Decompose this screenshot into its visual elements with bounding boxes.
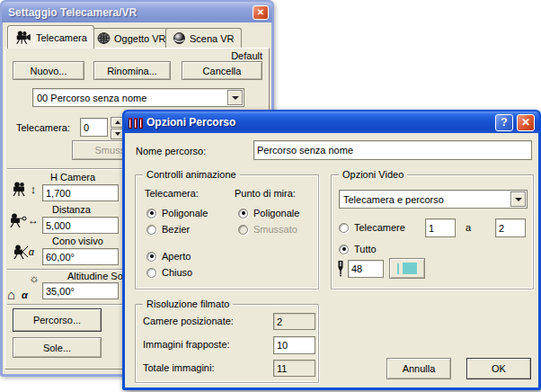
ok-button[interactable]: OK — [466, 358, 531, 379]
video-mode-select[interactable]: Telecamera e percorso — [339, 190, 528, 209]
default-label: Default — [231, 50, 262, 61]
globe-icon — [97, 32, 111, 44]
sun-altitude-icon: ☼ ⌂ α — [5, 275, 41, 300]
radio-telecamere[interactable]: Telecamere — [339, 222, 405, 233]
radio-poligonale-camera[interactable]: Poligonale — [146, 208, 208, 218]
sole-button[interactable]: Sole... — [13, 337, 102, 358]
radio-bezier[interactable]: Bezier — [146, 224, 190, 235]
cono-visivo-label: Cono visivo — [52, 236, 103, 246]
radio-label: Chiuso — [162, 267, 192, 278]
pen-color-button[interactable] — [389, 258, 425, 279]
tab-label: Telecamera — [36, 32, 87, 43]
camera-angle-icon: α — [5, 240, 41, 263]
chevron-down-icon[interactable] — [227, 90, 243, 105]
radio-label: Smussato — [253, 224, 297, 235]
radio-label: Telecamere — [354, 222, 405, 233]
altitudine-sole-input[interactable] — [42, 282, 119, 299]
tab-label: Scena VR — [190, 33, 235, 44]
radio-label: Bezier — [162, 224, 190, 235]
settings-title: Settaggio Telecamera/VR — [8, 6, 253, 19]
annulla-button[interactable]: Annulla — [386, 358, 451, 379]
radio-aperto[interactable]: Aperto — [146, 251, 191, 262]
camera-height-icon: ↕ — [5, 178, 41, 200]
controlli-animazione-group: Controlli animazione Telecamera: Punto d… — [135, 174, 319, 290]
nome-percorso-input[interactable] — [253, 140, 532, 160]
pen-sample-bar — [397, 263, 399, 274]
radio-tutto[interactable]: Tutto — [339, 244, 377, 254]
camere-posizionate-label: Camere posizionate: — [143, 316, 234, 326]
distanza-input[interactable] — [42, 217, 119, 234]
group-title: Opzioni Video — [339, 169, 407, 180]
nome-percorso-label: Nome percorso: — [136, 146, 206, 156]
radio-icon[interactable] — [339, 245, 349, 254]
pen-icon — [335, 260, 346, 278]
radio-label: Poligonale — [162, 208, 208, 218]
h-camera-input[interactable] — [42, 184, 119, 201]
video-mode-value: Telecamera e percorso — [340, 194, 510, 205]
close-icon[interactable]: ✕ — [253, 5, 269, 20]
cono-visivo-input[interactable] — [42, 248, 119, 265]
close-icon[interactable]: ✕ — [517, 114, 535, 131]
tab-label: Oggetto VR — [114, 33, 165, 44]
opzioni-video-group: Opzioni Video Telecamera e percorso Tele… — [331, 174, 534, 290]
immagini-frapposte-input[interactable] — [273, 336, 315, 354]
radio-label: Poligonale — [253, 208, 299, 218]
radio-icon[interactable] — [146, 268, 156, 278]
radio-icon[interactable] — [339, 223, 349, 233]
distanza-label: Distanza — [52, 204, 91, 215]
radio-icon[interactable] — [146, 225, 156, 235]
risoluzione-filmato-group: Risoluzione filmato Camere posizionate: … — [135, 304, 319, 383]
radio-label: Tutto — [354, 244, 377, 254]
radio-smussato: Smussato — [238, 224, 297, 235]
telecamera-input[interactable] — [80, 118, 108, 137]
col-telecamera-label: Telecamera: — [145, 188, 199, 199]
radio-icon — [238, 225, 248, 235]
camere-posizionate-value — [273, 313, 315, 330]
tab-scena-vr[interactable]: Scena VR — [165, 28, 242, 48]
totale-immagini-value — [273, 360, 315, 377]
telecamera-label: Telecamera: — [16, 122, 70, 133]
pen-color-swatch — [403, 263, 417, 274]
camera-from-input[interactable] — [425, 218, 456, 237]
path-select[interactable]: 00 Percorso senza nome — [32, 88, 244, 107]
app-icon — [129, 116, 143, 129]
h-camera-label: H Camera — [50, 172, 95, 183]
camera-icon — [14, 31, 32, 44]
opzioni-body: Nome percorso: Controlli animazione Tele… — [125, 133, 538, 388]
tab-telecamera[interactable]: Telecamera — [7, 25, 94, 49]
rinomina-button[interactable]: Rinomina... — [93, 61, 171, 80]
sphere-icon — [173, 32, 186, 44]
altitudine-sole-label: Altitudine Sole — [67, 271, 130, 281]
group-title: Risoluzione filmato — [143, 298, 233, 309]
opzioni-percorso-dialog: Opzioni Percorso ? ✕ Nome percorso: Cont… — [122, 110, 541, 390]
radio-chiuso[interactable]: Chiuso — [146, 267, 192, 278]
nuovo-button[interactable]: Nuovo... — [13, 61, 84, 80]
tab-oggetto-vr[interactable]: Oggetto VR — [90, 28, 173, 48]
camera-distance-icon: ↔ — [5, 209, 41, 232]
range-separator-label: a — [466, 222, 471, 233]
path-select-value: 00 Percorso senza nome — [33, 93, 226, 103]
cancella-button[interactable]: Cancella — [182, 61, 262, 80]
immagini-frapposte-label: Immagini frapposte: — [143, 339, 230, 350]
opzioni-title: Opzioni Percorso — [146, 116, 492, 129]
radio-poligonale-mira[interactable]: Poligonale — [238, 208, 299, 218]
opzioni-titlebar[interactable]: Opzioni Percorso ? ✕ — [124, 111, 539, 133]
radio-icon[interactable] — [146, 252, 156, 262]
pen-size-input[interactable] — [348, 260, 384, 278]
settings-titlebar[interactable]: Settaggio Telecamera/VR ✕ — [2, 2, 272, 22]
group-title: Controlli animazione — [143, 169, 240, 180]
help-icon[interactable]: ? — [495, 114, 513, 131]
percorso-button[interactable]: Percorso... — [13, 308, 102, 332]
radio-icon[interactable] — [146, 209, 156, 218]
camera-to-input[interactable] — [495, 218, 526, 237]
totale-immagini-label: Totale immagini: — [143, 362, 214, 373]
radio-icon[interactable] — [238, 209, 248, 218]
radio-label: Aperto — [162, 251, 191, 262]
col-punto-di-mira-label: Punto di mira: — [235, 188, 296, 199]
chevron-down-icon[interactable] — [510, 192, 526, 207]
